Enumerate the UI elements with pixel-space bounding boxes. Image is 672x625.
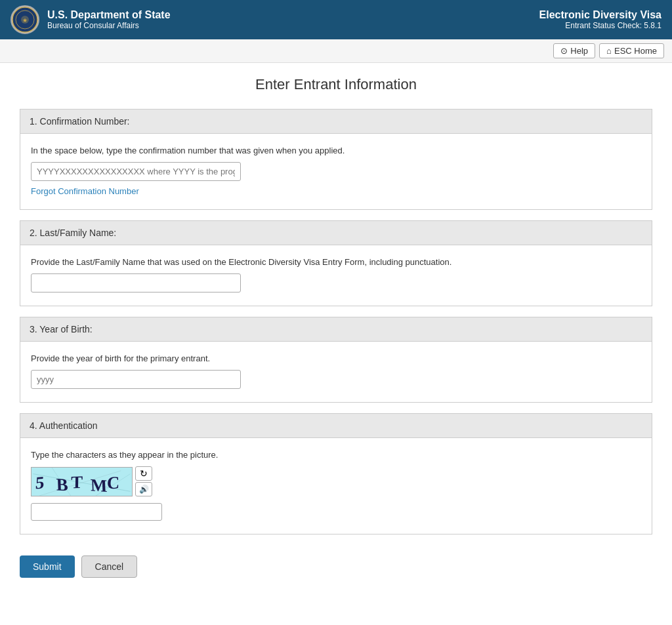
section-confirmation-body: In the space below, type the confirmatio… <box>20 134 652 209</box>
svg-text:T: T <box>71 472 83 492</box>
esc-home-button[interactable]: ⌂ ESC Home <box>599 43 664 58</box>
help-label: Help <box>570 46 588 56</box>
header-left: ★ U.S. Department of State Bureau of Con… <box>10 5 171 34</box>
header-right: Electronic Diversity Visa Entrant Status… <box>539 9 662 30</box>
section-year-of-birth: 3. Year of Birth: Provide the year of bi… <box>20 317 652 403</box>
svg-point-3 <box>21 16 29 24</box>
app-version: Entrant Status Check: 5.8.1 <box>539 21 662 30</box>
last-name-desc: Provide the Last/Family Name that was us… <box>31 257 641 267</box>
main-content: Enter Entrant Information 1. Confirmatio… <box>0 63 672 597</box>
authentication-desc: Type the characters as they appear in th… <box>31 450 641 460</box>
svg-text:B: B <box>56 474 68 494</box>
header: ★ U.S. Department of State Bureau of Con… <box>0 0 672 39</box>
confirmation-number-input[interactable] <box>31 162 241 181</box>
captcha-input[interactable] <box>31 503 162 521</box>
top-nav: ⊙ Help ⌂ ESC Home <box>0 39 672 63</box>
section-authentication-header: 4. Authentication <box>20 414 652 438</box>
esc-home-label: ESC Home <box>614 46 657 56</box>
svg-text:C: C <box>107 472 120 493</box>
form-actions: Submit Cancel <box>20 545 652 584</box>
last-name-input[interactable] <box>31 273 241 292</box>
section-year-of-birth-body: Provide the year of birth for the primar… <box>20 342 652 402</box>
svg-text:5: 5 <box>35 472 45 493</box>
help-button[interactable]: ⊙ Help <box>553 43 595 58</box>
svg-text:M: M <box>90 475 107 496</box>
refresh-icon: ↻ <box>140 468 148 479</box>
section-last-name: 2. Last/Family Name: Provide the Last/Fa… <box>20 220 652 306</box>
year-of-birth-input[interactable] <box>31 370 241 389</box>
page-title: Enter Entrant Information <box>20 76 652 93</box>
org-main-name: U.S. Department of State <box>47 9 171 21</box>
cancel-button[interactable]: Cancel <box>81 555 138 578</box>
section-confirmation: 1. Confirmation Number: In the space bel… <box>20 109 652 210</box>
section-authentication: 4. Authentication Type the characters as… <box>20 413 652 534</box>
state-dept-seal: ★ <box>10 5 39 34</box>
captcha-image: 5 B T M C <box>31 467 133 496</box>
app-title: Electronic Diversity Visa <box>539 9 662 21</box>
org-sub-name: Bureau of Consular Affairs <box>47 21 171 30</box>
section-last-name-body: Provide the Last/Family Name that was us… <box>20 245 652 306</box>
captcha-controls: ↻ 🔊 <box>135 466 152 496</box>
section-year-of-birth-header: 3. Year of Birth: <box>20 317 652 342</box>
forgot-confirmation-link[interactable]: Forgot Confirmation Number <box>31 186 139 196</box>
captcha-refresh-button[interactable]: ↻ <box>135 466 152 481</box>
year-of-birth-desc: Provide the year of birth for the primar… <box>31 353 641 363</box>
section-last-name-header: 2. Last/Family Name: <box>20 221 652 245</box>
home-icon: ⌂ <box>606 46 612 56</box>
submit-button[interactable]: Submit <box>20 555 75 578</box>
audio-icon: 🔊 <box>139 485 149 494</box>
confirmation-desc: In the space below, type the confirmatio… <box>31 146 641 155</box>
section-confirmation-header: 1. Confirmation Number: <box>20 110 652 134</box>
help-icon: ⊙ <box>560 46 568 56</box>
captcha-audio-button[interactable]: 🔊 <box>135 482 152 496</box>
header-org: U.S. Department of State Bureau of Consu… <box>47 9 171 30</box>
section-authentication-body: Type the characters as they appear in th… <box>20 438 652 534</box>
